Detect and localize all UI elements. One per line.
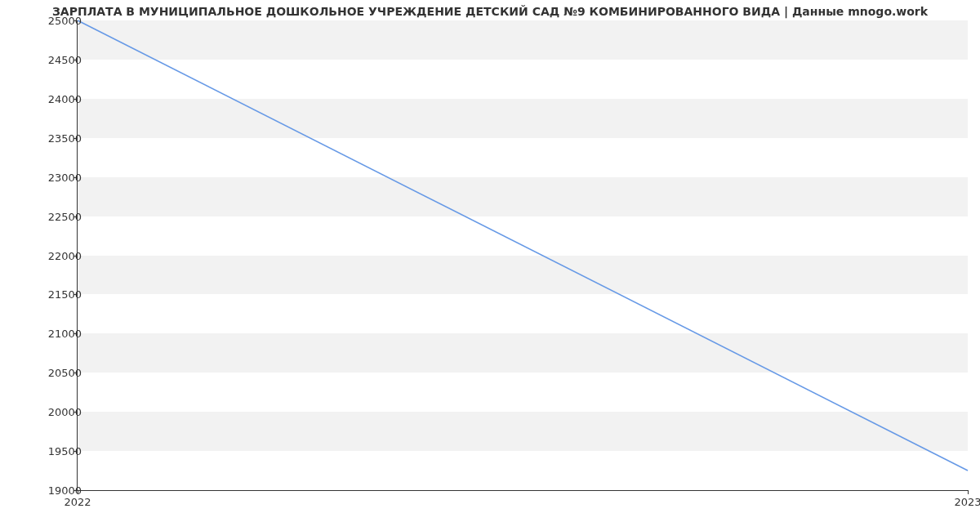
y-tick-label: 24000: [8, 92, 82, 105]
y-tick-label: 20500: [8, 367, 82, 379]
y-tick-label: 20000: [8, 406, 82, 418]
x-axis-line: [77, 490, 968, 491]
y-tick-mark: [74, 60, 78, 60]
chart-title: ЗАРПЛАТА В МУНИЦИПАЛЬНОЕ ДОШКОЛЬНОЕ УЧРЕ…: [0, 5, 980, 18]
y-tick-label: 23500: [8, 132, 82, 144]
series-line: [78, 20, 968, 471]
y-tick-mark: [74, 138, 78, 139]
plot-area: [78, 20, 968, 490]
chart-line-layer: [78, 20, 968, 490]
x-tick-mark: [968, 490, 969, 494]
y-tick-label: 22000: [8, 249, 82, 261]
y-tick-label: 25000: [8, 15, 82, 27]
y-tick-label: 21500: [8, 288, 82, 301]
y-tick-mark: [74, 216, 78, 217]
y-tick-mark: [74, 294, 78, 295]
y-tick-mark: [74, 99, 78, 100]
y-tick-mark: [74, 177, 78, 178]
chart-container: ЗАРПЛАТА В МУНИЦИПАЛЬНОЕ ДОШКОЛЬНОЕ УЧРЕ…: [0, 0, 980, 531]
y-tick-label: 22500: [8, 210, 82, 222]
y-tick-label: 19500: [8, 445, 82, 457]
x-tick-label: 2023: [954, 496, 980, 508]
y-tick-mark: [74, 333, 78, 334]
y-tick-label: 23000: [8, 171, 82, 183]
y-tick-mark: [74, 256, 78, 257]
y-tick-label: 24500: [8, 53, 82, 65]
x-tick-mark: [78, 490, 78, 494]
y-tick-mark: [74, 373, 78, 373]
y-tick-label: 21000: [8, 328, 82, 340]
y-tick-mark: [74, 451, 78, 452]
y-tick-mark: [74, 20, 78, 21]
x-tick-label: 2022: [64, 496, 91, 508]
y-tick-label: 19000: [8, 484, 82, 497]
y-tick-mark: [74, 412, 78, 413]
